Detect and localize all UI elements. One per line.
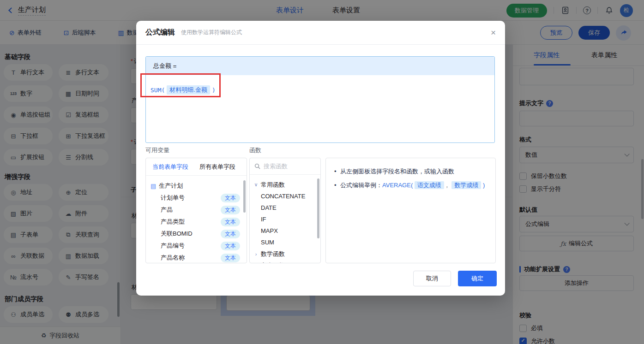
- group-text-functions[interactable]: › 文本函数: [253, 260, 319, 263]
- formula-target: 总金额: [153, 62, 171, 70]
- closing-paren: ): [212, 87, 216, 94]
- variables-tabs: 当前表单字段 所有表单字段: [146, 158, 247, 176]
- variable-name: 产品: [161, 206, 173, 214]
- type-badge: 文本: [221, 218, 240, 226]
- formula-expression[interactable]: SUM( 材料明细.金额 ): [146, 75, 494, 105]
- function-item-date[interactable]: DATE: [253, 202, 319, 214]
- example-field-chip: 语文成绩: [415, 181, 444, 189]
- type-badge: 文本: [221, 206, 240, 214]
- dialog-title: 公式编辑: [145, 28, 175, 37]
- variable-row[interactable]: 关联BOMID文本: [150, 228, 244, 240]
- functions-scrollbar[interactable]: [317, 178, 319, 238]
- chevron-open-icon: ∨: [253, 182, 259, 188]
- dialog-footer: 取消 确定: [136, 271, 496, 286]
- chevron-right-icon: ›: [253, 263, 259, 264]
- dialog-header: 公式编辑 使用数学运算符编辑公式 ×: [136, 21, 505, 45]
- tab-current-form-fields[interactable]: 当前表单字段: [152, 163, 188, 171]
- type-badge: 文本: [221, 254, 240, 262]
- tip-line-2: 公式编辑举例：AVERAGE( 语文成绩， 数学成绩 ): [333, 178, 488, 192]
- function-item-mapx[interactable]: MAPX: [253, 225, 319, 237]
- screen: 生产计划 表单设计 表单设置 数据管理 ? 检 ⊘ 表单外链: [0, 0, 644, 344]
- root-label: 生产计划: [159, 182, 183, 190]
- variable-name: 产品类型: [161, 218, 185, 226]
- variable-name: 计划单号: [161, 194, 185, 202]
- confirm-button[interactable]: 确定: [458, 271, 497, 286]
- function-item-if[interactable]: IF: [253, 214, 319, 225]
- variable-name: 产品编号: [161, 242, 185, 250]
- variables-label: 可用变量: [145, 146, 169, 154]
- tab-all-form-fields[interactable]: 所有表单字段: [199, 163, 235, 171]
- variable-row[interactable]: 产品类型文本: [150, 216, 244, 228]
- chevron-right-icon: ›: [253, 251, 259, 257]
- function-search: [250, 158, 320, 175]
- function-item-concatenate[interactable]: CONCATENATE: [253, 190, 319, 202]
- document-icon: ▤: [150, 183, 156, 190]
- variable-row[interactable]: 计划单号文本: [150, 192, 244, 204]
- search-icon: [254, 163, 260, 169]
- variable-row[interactable]: 产品文本: [150, 204, 244, 216]
- variables-panel: 当前表单字段 所有表单字段 ▤ 生产计划 计划单号文本 产品文本 产品类型文本 …: [145, 158, 247, 263]
- variable-name: 关联BOMID: [161, 230, 193, 238]
- field-reference-chip[interactable]: 材料明细.金额: [167, 85, 210, 95]
- formula-editor[interactable]: 总金额 = SUM( 材料明细.金额 ): [145, 56, 495, 143]
- group-common-functions[interactable]: ∨ 常用函数: [253, 179, 319, 190]
- formula-target-row: 总金额 =: [146, 57, 494, 75]
- close-icon[interactable]: ×: [491, 28, 496, 37]
- formula-edit-dialog: 公式编辑 使用数学运算符编辑公式 × 总金额 = SUM( 材料明细.金额 ) …: [136, 21, 505, 296]
- function-item-sum[interactable]: SUM: [253, 237, 319, 248]
- variable-row[interactable]: 产品编号文本: [150, 240, 244, 252]
- tree-root-form[interactable]: ▤ 生产计划: [150, 180, 244, 192]
- cancel-button[interactable]: 取消: [413, 271, 451, 286]
- type-badge: 文本: [221, 230, 240, 238]
- type-badge: 文本: [221, 242, 240, 250]
- variable-row[interactable]: 产品名称文本: [150, 252, 244, 263]
- tips-panel: 从左侧面板选择字段名和函数，或输入函数 公式编辑举例：AVERAGE( 语文成绩…: [325, 158, 496, 263]
- example-field-chip: 数学成绩: [451, 181, 481, 189]
- function-name: SUM(: [150, 87, 165, 94]
- type-badge: 文本: [221, 194, 240, 202]
- variables-scrollbar[interactable]: [243, 180, 246, 213]
- functions-tree: ∨ 常用函数 CONCATENATE DATE IF MAPX SUM › 数学…: [250, 175, 320, 263]
- function-search-input[interactable]: [264, 163, 310, 170]
- functions-panel: ∨ 常用函数 CONCATENATE DATE IF MAPX SUM › 数学…: [249, 158, 321, 263]
- tip-line-1: 从左侧面板选择字段名和函数，或输入函数: [333, 165, 488, 178]
- dialog-subtitle: 使用数学运算符编辑公式: [181, 29, 242, 36]
- functions-label: 函数: [249, 146, 261, 154]
- group-math-functions[interactable]: › 数学函数: [253, 248, 319, 260]
- variable-name: 产品名称: [161, 254, 185, 262]
- variables-tree: ▤ 生产计划 计划单号文本 产品文本 产品类型文本 关联BOMID文本 产品编号…: [146, 176, 247, 263]
- equals-sign: =: [173, 63, 177, 70]
